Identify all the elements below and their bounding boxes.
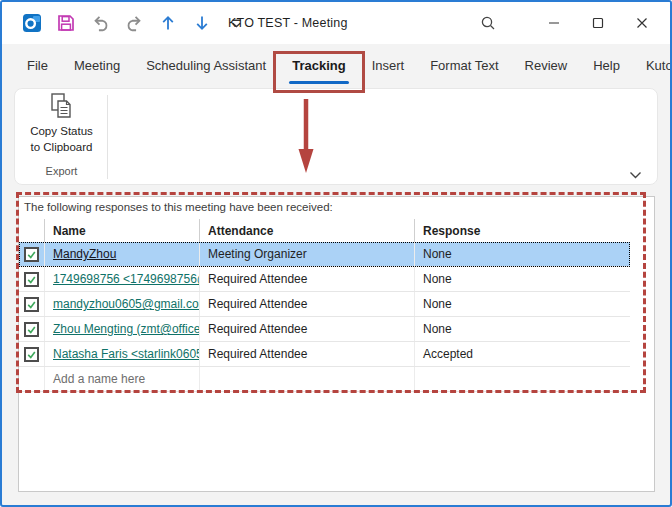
export-group-label: Export	[18, 165, 105, 177]
outlook-app-icon[interactable]	[20, 11, 44, 35]
attendance-cell	[199, 367, 414, 391]
table-row[interactable]: Natasha Faris <starlink0605@ Required At…	[19, 342, 630, 367]
table-header-row: Name Attendance Response	[19, 219, 630, 242]
selected-tab-underline	[289, 81, 348, 84]
attendee-name-link[interactable]: 1749698756 <1749698756@q	[53, 272, 199, 286]
tab-scheduling-assistant-label: Scheduling Assistant	[146, 58, 266, 73]
header-attendance: Attendance	[199, 219, 414, 242]
tab-review-label: Review	[525, 58, 568, 73]
outlook-meeting-window: KTO TEST - Meeting File Meeting Scheduli…	[0, 0, 672, 507]
save-icon[interactable]	[54, 11, 78, 35]
response-cell: None	[414, 242, 630, 266]
copy-document-icon	[47, 92, 77, 122]
attendee-checkbox[interactable]	[24, 272, 39, 287]
copy-status-to-clipboard-button[interactable]: Copy Status to Clipboard	[18, 92, 105, 162]
copy-status-label-line2: to Clipboard	[30, 140, 93, 156]
attendance-cell: Required Attendee	[199, 267, 414, 291]
tab-kutools-label: Kutools ™	[646, 58, 672, 73]
quick-access-toolbar	[20, 2, 248, 44]
tab-insert[interactable]: Insert	[359, 44, 418, 86]
undo-icon[interactable]	[88, 11, 112, 35]
tab-tracking-label: Tracking	[292, 58, 345, 73]
copy-status-label-line1: Copy Status	[30, 124, 93, 140]
response-cell: None	[414, 292, 630, 316]
ribbon-panel: Copy Status to Clipboard Export	[14, 88, 658, 185]
move-down-icon[interactable]	[190, 11, 214, 35]
attendee-name-link[interactable]: mandyzhou0605@gmail.com	[53, 297, 199, 311]
tab-file-label: File	[27, 58, 48, 73]
response-cell	[414, 367, 630, 391]
search-icon[interactable]	[466, 2, 510, 44]
copy-status-label: Copy Status to Clipboard	[30, 124, 93, 155]
table-row[interactable]: mandyzhou0605@gmail.com Required Attende…	[19, 292, 630, 317]
tab-meeting-label: Meeting	[74, 58, 120, 73]
maximize-button[interactable]	[576, 2, 620, 44]
tab-review[interactable]: Review	[512, 44, 581, 86]
attendee-checkbox[interactable]	[24, 347, 39, 362]
tab-kutools[interactable]: Kutools ™	[633, 44, 672, 86]
tab-file[interactable]: File	[14, 44, 61, 86]
tab-help[interactable]: Help	[580, 44, 633, 86]
tracking-table: Name Attendance Response MandyZhou Meeti…	[19, 219, 630, 392]
header-checkbox-column	[19, 219, 44, 242]
red-annotation-arrow	[297, 99, 315, 175]
table-row[interactable]: 1749698756 <1749698756@q Required Attend…	[19, 267, 630, 292]
attendee-name-link[interactable]: Zhou Mengting (zmt@officef	[53, 322, 199, 336]
move-up-icon[interactable]	[156, 11, 180, 35]
collapse-ribbon-chevron-icon[interactable]	[629, 166, 643, 176]
tab-format-text[interactable]: Format Text	[417, 44, 511, 86]
add-name-row[interactable]: Add a name here	[19, 367, 630, 392]
add-name-placeholder[interactable]: Add a name here	[53, 372, 145, 386]
tracking-intro-text: The following responses to this meeting …	[24, 201, 333, 213]
attendance-cell: Required Attendee	[199, 292, 414, 316]
tab-scheduling-assistant[interactable]: Scheduling Assistant	[133, 44, 279, 86]
attendance-cell: Required Attendee	[199, 342, 414, 366]
tab-format-text-label: Format Text	[430, 58, 498, 73]
header-name: Name	[44, 219, 199, 242]
ribbon-group-separator	[107, 95, 108, 179]
attendee-checkbox[interactable]	[24, 322, 39, 337]
attendee-name-link[interactable]: Natasha Faris <starlink0605@	[53, 347, 199, 361]
redo-icon[interactable]	[122, 11, 146, 35]
tab-insert-label: Insert	[372, 58, 405, 73]
tab-tracking[interactable]: Tracking	[279, 44, 358, 86]
response-cell: None	[414, 267, 630, 291]
attendee-checkbox[interactable]	[24, 247, 39, 262]
header-response: Response	[414, 219, 630, 242]
table-row[interactable]: MandyZhou Meeting Organizer None	[19, 242, 630, 267]
ribbon-tab-bar: File Meeting Scheduling Assistant Tracki…	[14, 44, 662, 86]
tab-meeting[interactable]: Meeting	[61, 44, 133, 86]
response-cell: None	[414, 317, 630, 341]
attendance-cell: Required Attendee	[199, 317, 414, 341]
attendee-checkbox[interactable]	[24, 297, 39, 312]
window-controls	[532, 2, 664, 44]
minimize-button[interactable]	[532, 2, 576, 44]
attendance-cell: Meeting Organizer	[199, 242, 414, 266]
response-cell: Accepted	[414, 342, 630, 366]
title-bar: KTO TEST - Meeting	[2, 2, 670, 44]
empty-checkbox-cell	[19, 367, 44, 391]
attendee-name-link[interactable]: MandyZhou	[53, 247, 116, 261]
close-button[interactable]	[620, 2, 664, 44]
window-title: KTO TEST - Meeting	[228, 2, 348, 44]
tab-help-label: Help	[593, 58, 620, 73]
table-row[interactable]: Zhou Mengting (zmt@officef Required Atte…	[19, 317, 630, 342]
